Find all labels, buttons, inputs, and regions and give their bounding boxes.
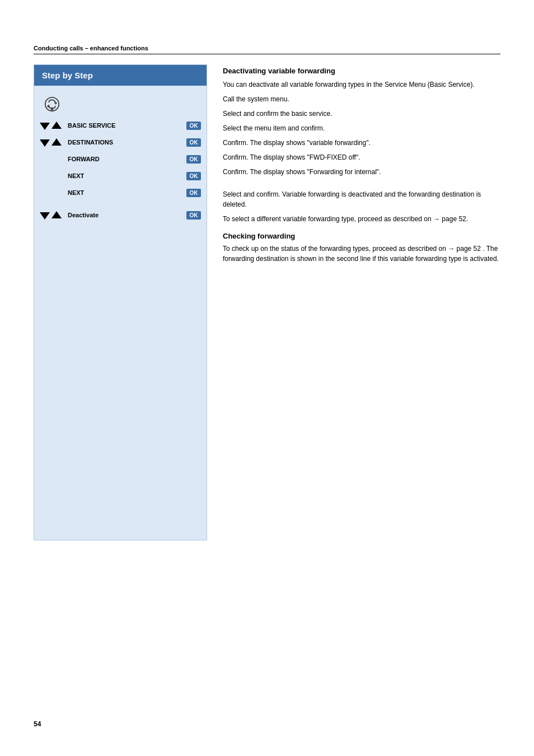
- next-label-1: NEXT: [68, 172, 183, 179]
- basic-service-ok[interactable]: OK: [186, 122, 201, 130]
- down-arrow-icon[interactable]: [40, 123, 50, 130]
- ok-button[interactable]: OK: [186, 172, 201, 180]
- right-panel: Deactivating variable forwarding You can…: [207, 64, 500, 540]
- main-title: Deactivating variable forwarding: [223, 67, 500, 75]
- step-3-text: Confirm. The display shows "variable for…: [223, 138, 500, 148]
- checking-title: Checking forwarding: [223, 232, 500, 240]
- left-panel-header: Step by Step: [34, 65, 207, 86]
- destinations-label: DESTINATIONS: [68, 139, 183, 146]
- section-header: Conducting calls – enhanced functions: [34, 45, 500, 54]
- page: Conducting calls – enhanced functions St…: [0, 0, 534, 756]
- up-arrow-icon[interactable]: [51, 122, 62, 129]
- step-spacer: [34, 201, 207, 207]
- forward-row: FORWARD OK: [34, 151, 207, 167]
- up-arrow-icon[interactable]: [51, 138, 62, 146]
- checking-arrow-icon: →: [448, 245, 456, 253]
- basic-service-row: BASIC SERVICE OK: [34, 117, 207, 134]
- down-arrow-icon[interactable]: [40, 212, 50, 220]
- forward-label: FORWARD: [68, 156, 183, 162]
- svg-rect-3: [51, 108, 53, 110]
- ok-button[interactable]: OK: [186, 189, 201, 197]
- step-4-text: Confirm. The display shows "FWD-FIXED of…: [223, 152, 500, 162]
- content-area: Step by Step: [34, 64, 500, 540]
- deactivate-row: Deactivate OK: [34, 207, 207, 223]
- deactivate-text: Select and confirm. Variable forwarding …: [223, 189, 500, 209]
- step-2-text: Select the menu item and confirm.: [223, 123, 500, 133]
- basic-service-label: BASIC SERVICE: [68, 122, 183, 129]
- system-menu-icon-col: [40, 96, 64, 113]
- ok-button[interactable]: OK: [186, 138, 201, 147]
- down-arrow-icon[interactable]: [40, 139, 50, 147]
- basic-service-arrows: [40, 122, 64, 130]
- intro-text: You can deactivate all variable forwardi…: [223, 80, 500, 90]
- next-row-1: NEXT OK: [34, 167, 207, 184]
- deactivate-arrows: [40, 211, 64, 220]
- page-number: 54: [34, 720, 41, 728]
- step-1-text: Select and confirm the basic service.: [223, 109, 500, 119]
- left-panel: Step by Step: [34, 64, 207, 540]
- left-panel-body: BASIC SERVICE OK DESTINATIONS: [34, 86, 207, 229]
- destinations-row: DESTINATIONS OK: [34, 134, 207, 151]
- up-arrow-icon[interactable]: [51, 211, 62, 218]
- right-spacer: [223, 181, 500, 189]
- ok-button[interactable]: OK: [186, 211, 201, 220]
- checking-text: To check up on the status of the forward…: [223, 244, 500, 264]
- svg-marker-2: [47, 105, 49, 108]
- system-icon-row: [34, 91, 207, 117]
- ok-button[interactable]: OK: [186, 155, 201, 164]
- system-menu-icon: [44, 96, 60, 113]
- next-row-2: NEXT OK: [34, 184, 207, 201]
- destinations-ok[interactable]: OK: [186, 138, 201, 147]
- ok-button[interactable]: OK: [186, 122, 201, 130]
- destinations-arrows: [40, 138, 64, 147]
- next-label-2: NEXT: [68, 189, 183, 196]
- alt-text: To select a different variable forwardin…: [223, 214, 500, 224]
- deactivate-label: Deactivate: [68, 212, 183, 218]
- step-5-text: Confirm. The display shows "Forwarding f…: [223, 167, 500, 177]
- svg-marker-1: [55, 101, 58, 105]
- alt-arrow-icon: →: [433, 215, 442, 223]
- svg-rect-4: [50, 110, 54, 111]
- system-call-text: Call the system menu.: [223, 94, 500, 104]
